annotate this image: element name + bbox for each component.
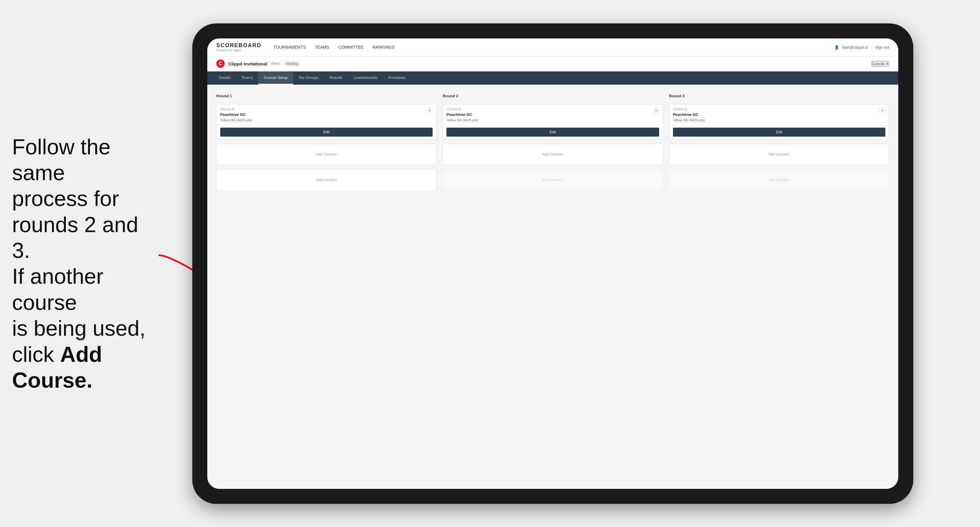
round-2-add-course-label-1: Add Course xyxy=(542,152,561,156)
round-2-course-name: Peachtree GC xyxy=(446,112,472,117)
logo-area: SCOREBOARD Powered by clippd xyxy=(216,42,261,52)
round-3-add-course-1[interactable]: Add Course + xyxy=(669,144,889,165)
tab-details[interactable]: Details xyxy=(213,71,236,85)
round-2-delete-button[interactable]: ✕ xyxy=(653,108,659,114)
round-2-add-course-plus-2: + xyxy=(561,178,563,182)
sub-header-left: C Clippd Invitational (Men) Hosting xyxy=(216,59,300,68)
round-1-edit-button[interactable]: Edit xyxy=(220,128,433,137)
round-3-title: Round 3 xyxy=(669,94,889,98)
round-1-title: Round 1 xyxy=(216,94,436,98)
round-3-add-course-label-1: Add Course xyxy=(768,152,788,156)
logo-title: SCOREBOARD xyxy=(216,42,261,49)
round-2-course-label: (Course A) xyxy=(446,108,478,111)
tournament-name: Clippd Invitational xyxy=(228,61,267,67)
round-2-column: Round 2 (Course A) Peachtree GC Yellow (… xyxy=(442,94,663,190)
tablet-screen: SCOREBOARD Powered by clippd TOURNAMENTS… xyxy=(207,38,898,489)
round-3-add-course-label-2: Add Course xyxy=(768,178,788,182)
round-3-add-course-plus-1: + xyxy=(788,152,790,157)
round-3-column: Round 3 (Course A) Peachtree GC Yellow (… xyxy=(669,94,889,190)
round-2-course-header: (Course A) Peachtree GC Yellow (M) (6629… xyxy=(443,105,662,125)
round-2-edit-button[interactable]: Edit xyxy=(446,128,659,137)
round-3-course-header: (Course A) Peachtree GC Yellow (M) (6629… xyxy=(669,105,889,125)
nav-right: 👤 blair@clippd.io | Sign out xyxy=(834,45,889,49)
tab-teams[interactable]: Teams xyxy=(236,71,258,85)
round-2-course-tees: Yellow (M) (6629 yds) xyxy=(446,118,478,122)
tab-printables[interactable]: Printables xyxy=(383,71,411,85)
round-3-edit-button[interactable]: Edit xyxy=(673,128,885,137)
round-1-column: Round 1 (Course A) Peachtree GC Yellow (… xyxy=(216,94,436,190)
nav-link-committee[interactable]: COMMITTEE xyxy=(338,45,364,49)
round-3-course-tees: Yellow (M) (6629 yds) xyxy=(673,118,705,122)
user-email: blair@clippd.io xyxy=(842,45,868,49)
top-nav: SCOREBOARD Powered by clippd TOURNAMENTS… xyxy=(207,38,898,56)
round-2-add-course-1[interactable]: Add Course + xyxy=(442,144,663,165)
round-1-add-course-label-2: Add Course xyxy=(316,178,335,182)
nav-link-tournaments[interactable]: TOURNAMENTS xyxy=(274,45,306,49)
round-3-course-card: (Course A) Peachtree GC Yellow (M) (6629… xyxy=(669,104,889,139)
instruction-text: Follow the same process for rounds 2 and… xyxy=(0,122,174,405)
round-1-add-course-2[interactable]: Add Course + xyxy=(216,169,436,190)
round-1-add-course-label-1: Add Course xyxy=(316,152,335,156)
round-3-delete-button[interactable]: ✕ xyxy=(879,108,885,114)
round-2-add-course-2: Add Course + xyxy=(442,169,663,190)
user-avatar-icon: 👤 xyxy=(834,45,839,49)
round-1-add-course-plus-2: + xyxy=(335,178,337,182)
sign-out-link[interactable]: Sign out xyxy=(875,45,889,49)
round-2-title: Round 2 xyxy=(442,94,663,98)
round-2-course-card: (Course A) Peachtree GC Yellow (M) (6629… xyxy=(442,104,663,139)
round-1-add-course-plus-1: + xyxy=(335,152,337,157)
round-3-course-label: (Course A) xyxy=(673,108,705,111)
tablet-device: SCOREBOARD Powered by clippd TOURNAMENTS… xyxy=(192,24,913,504)
tab-leaderboards[interactable]: Leaderboards xyxy=(348,71,383,85)
round-1-course-label: (Course A) xyxy=(220,108,252,111)
rounds-grid: Round 1 (Course A) Peachtree GC Yellow (… xyxy=(216,94,889,190)
tab-results[interactable]: Results xyxy=(324,71,348,85)
round-1-course-card: (Course A) Peachtree GC Yellow (M) (6629… xyxy=(216,104,436,139)
hosting-badge: Hosting xyxy=(284,61,300,66)
tab-course-setup[interactable]: Course Setup xyxy=(258,71,293,85)
round-1-course-header: (Course A) Peachtree GC Yellow (M) (6629… xyxy=(216,105,436,125)
cancel-button[interactable]: Cancel ✕ xyxy=(872,61,889,67)
nav-link-rankings[interactable]: RANKINGS xyxy=(372,45,395,49)
round-3-course-name: Peachtree GC xyxy=(673,112,698,117)
round-3-add-course-2: Add Course + xyxy=(669,169,889,190)
brand-icon: C xyxy=(216,59,225,68)
nav-left: SCOREBOARD Powered by clippd TOURNAMENTS… xyxy=(216,42,395,52)
tournament-type: (Men) xyxy=(271,62,280,66)
round-1-add-course-1[interactable]: Add Course + xyxy=(216,144,436,165)
round-1-course-name: Peachtree GC xyxy=(220,112,246,117)
tabs-bar: Details Teams Course Setup Tee Groups Re… xyxy=(207,71,898,85)
round-1-delete-button[interactable]: ✕ xyxy=(426,108,433,114)
round-1-course-tees: Yellow (M) (6629 yds) xyxy=(220,118,252,122)
tab-tee-groups[interactable]: Tee Groups xyxy=(293,71,324,85)
main-content: Round 1 (Course A) Peachtree GC Yellow (… xyxy=(207,85,898,489)
round-2-add-course-plus-1: + xyxy=(561,152,563,157)
round-3-add-course-plus-2: + xyxy=(788,178,790,182)
logo-sub: Powered by clippd xyxy=(216,49,261,52)
nav-link-teams[interactable]: TEAMS xyxy=(315,45,329,49)
round-2-add-course-label-2: Add Course xyxy=(542,178,561,182)
sub-header: C Clippd Invitational (Men) Hosting Canc… xyxy=(207,56,898,71)
nav-links: TOURNAMENTS TEAMS COMMITTEE RANKINGS xyxy=(274,45,395,49)
